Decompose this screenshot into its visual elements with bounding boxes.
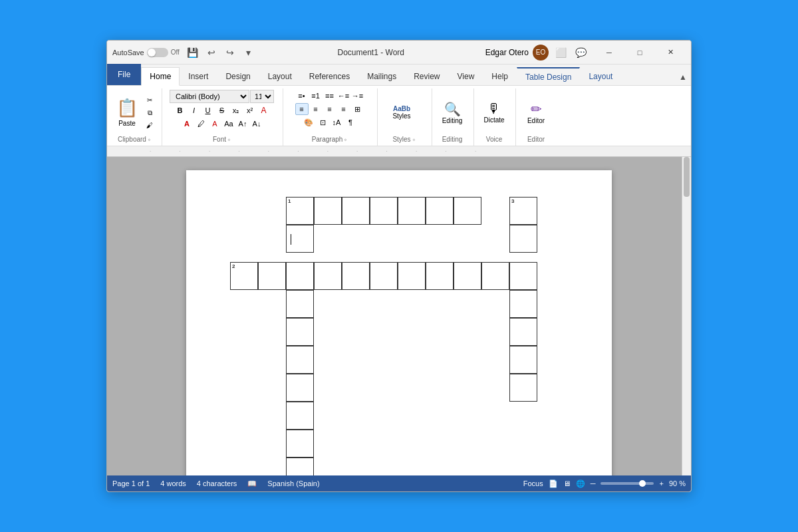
cell-2-0[interactable]: 2	[230, 262, 258, 290]
cell-r7-3[interactable]	[509, 374, 537, 402]
cell-3-0[interactable]: 3	[509, 197, 537, 225]
align-right-button[interactable]: ≡	[323, 103, 336, 115]
align-center-button[interactable]: ≡	[309, 103, 323, 115]
cell-r5-1[interactable]	[286, 318, 314, 346]
cell-r5-3[interactable]	[509, 318, 537, 346]
tab-table-layout[interactable]: Layout	[580, 67, 621, 86]
cell-r4-1[interactable]	[286, 290, 314, 318]
cell-r4-3[interactable]	[509, 290, 537, 318]
tab-help[interactable]: Help	[483, 67, 517, 86]
italic-button[interactable]: I	[188, 104, 201, 116]
maximize-button[interactable]: □	[624, 41, 655, 65]
zoom-slider-thumb[interactable]	[639, 480, 646, 487]
autosave-toggle[interactable]	[147, 48, 168, 57]
font-color-button[interactable]: A	[180, 118, 194, 130]
cell-2-4[interactable]	[342, 262, 370, 290]
tab-design[interactable]: Design	[217, 67, 259, 86]
superscript-button[interactable]: x²	[243, 104, 257, 116]
sort-button[interactable]: ↕A	[330, 116, 343, 128]
tab-table-design[interactable]: Table Design	[517, 67, 580, 86]
scroll-thumb[interactable]	[684, 157, 690, 197]
cell-2-2[interactable]	[286, 262, 314, 290]
autosave-off[interactable]: Off	[171, 49, 180, 56]
numbered-list-button[interactable]: ≡1	[309, 90, 323, 102]
cut-button[interactable]: ✂	[143, 94, 156, 106]
close-button[interactable]: ✕	[655, 41, 686, 65]
clear-format-button[interactable]: A	[257, 104, 271, 116]
justify-button[interactable]: ≡	[337, 103, 350, 115]
styles-expand-icon[interactable]: ⬦	[412, 136, 416, 142]
user-avatar[interactable]: EO	[533, 45, 549, 61]
decrease-indent-button[interactable]: ←≡	[337, 90, 350, 102]
underline-button[interactable]: U	[201, 104, 215, 116]
cell-3-r3[interactable]	[509, 262, 537, 290]
cell-2-8[interactable]	[454, 262, 481, 290]
comments-icon[interactable]: 💬	[573, 45, 589, 61]
bold-button[interactable]: B	[174, 104, 187, 116]
customize-icon[interactable]: ▾	[241, 45, 257, 61]
cell-r10-1[interactable]	[286, 458, 314, 475]
ribbon-display-icon[interactable]: ⬜	[553, 45, 569, 61]
save-icon[interactable]: 💾	[185, 45, 201, 61]
styles-button[interactable]: AaBb Styles	[382, 93, 422, 133]
tab-insert[interactable]: Insert	[180, 67, 217, 86]
cell-r6-1[interactable]	[286, 346, 314, 374]
cell-1-4[interactable]	[398, 197, 426, 225]
cell-1-0[interactable]: 1	[286, 197, 314, 225]
cell-2-5[interactable]	[370, 262, 398, 290]
column-button[interactable]: ⊞	[351, 103, 364, 115]
cell-2-7[interactable]	[426, 262, 454, 290]
web-view-icon[interactable]: 🌐	[576, 479, 585, 488]
tab-mailings[interactable]: Mailings	[358, 67, 405, 86]
increase-indent-button[interactable]: →≡	[351, 90, 364, 102]
focus-button[interactable]: Focus	[523, 479, 543, 487]
bullet-list-button[interactable]: ≡•	[295, 90, 309, 102]
read-view-icon[interactable]: 📄	[549, 479, 558, 488]
shading-button[interactable]: 🎨	[302, 116, 315, 128]
cell-r6-3[interactable]	[509, 346, 537, 374]
cell-r2-0[interactable]	[286, 225, 314, 253]
cell-2-6[interactable]	[398, 262, 426, 290]
cell-1-1[interactable]	[314, 197, 342, 225]
cell-1-2[interactable]	[342, 197, 370, 225]
clipboard-expand-icon[interactable]: ⬦	[148, 136, 151, 142]
cell-1-3[interactable]	[370, 197, 398, 225]
grow-font-button[interactable]: A↑	[236, 118, 249, 130]
tab-references[interactable]: References	[301, 67, 358, 86]
zoom-slider[interactable]	[600, 482, 654, 485]
font-size-selector[interactable]: 11	[250, 90, 274, 103]
editor-button[interactable]: ✏ Editor	[520, 93, 552, 133]
cell-r9-1[interactable]	[286, 430, 314, 458]
print-view-icon[interactable]: 🖥	[563, 479, 571, 487]
cell-2-3[interactable]	[314, 262, 342, 290]
cell-2-1[interactable]	[258, 262, 286, 290]
cell-r2-3col[interactable]	[509, 225, 537, 253]
tab-file[interactable]: File	[107, 64, 141, 85]
paste-button[interactable]: 📋 Paste	[112, 93, 142, 133]
font-name-selector[interactable]: Calibri (Body)	[170, 90, 249, 103]
shrink-font-button[interactable]: A↓	[250, 118, 263, 130]
borders-button[interactable]: ⊡	[316, 116, 329, 128]
zoom-in-button[interactable]: +	[659, 479, 663, 487]
editing-button[interactable]: 🔍 Editing	[436, 93, 468, 133]
font-color2-button[interactable]: A	[208, 118, 221, 130]
cell-r7-1[interactable]	[286, 374, 314, 402]
document-area[interactable]: 1 3 2	[107, 157, 691, 475]
dictate-button[interactable]: 🎙 Dictate	[478, 93, 510, 133]
ribbon-collapse-icon[interactable]: ▲	[675, 69, 691, 85]
font-expand-icon[interactable]: ⬦	[227, 136, 231, 142]
zoom-out-button[interactable]: ─	[591, 479, 596, 487]
multilevel-list-button[interactable]: ≡≡	[323, 90, 336, 102]
tab-view[interactable]: View	[449, 67, 483, 86]
minimize-button[interactable]: ─	[594, 41, 624, 65]
tab-review[interactable]: Review	[405, 67, 448, 86]
show-marks-button[interactable]: ¶	[344, 116, 357, 128]
book-icon[interactable]: 📖	[247, 479, 257, 488]
redo-icon[interactable]: ↪	[222, 45, 238, 61]
undo-icon[interactable]: ↩	[203, 45, 219, 61]
language[interactable]: Spanish (Spain)	[267, 479, 319, 487]
tab-home[interactable]: Home	[141, 67, 180, 86]
cell-2-9[interactable]	[481, 262, 509, 290]
subscript-button[interactable]: x₂	[229, 104, 243, 116]
highlight-button[interactable]: 🖊	[194, 118, 207, 130]
